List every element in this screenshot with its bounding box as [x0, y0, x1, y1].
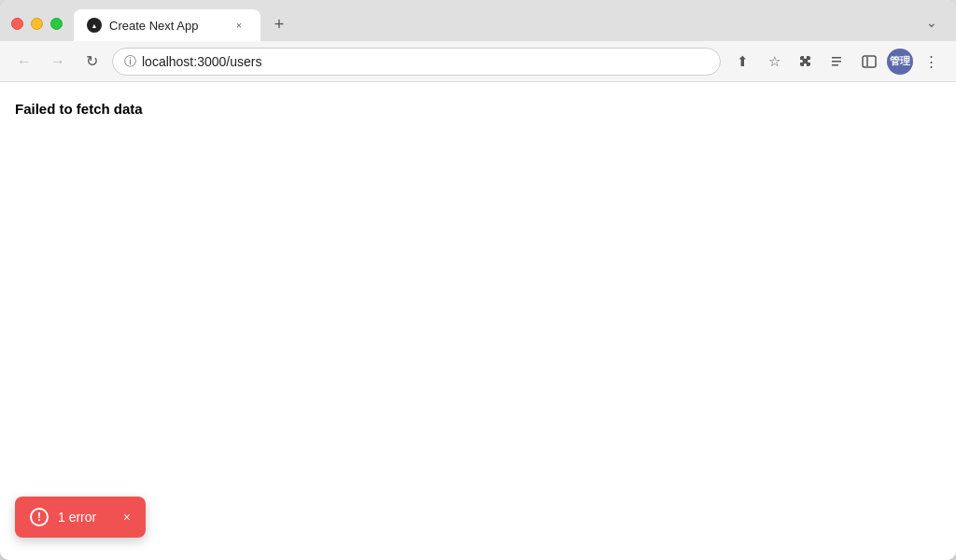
tab-list-button[interactable]: ⌄ [919, 11, 945, 34]
sidebar-button[interactable] [855, 48, 883, 76]
extensions-icon [798, 54, 813, 69]
svg-rect-0 [832, 57, 841, 59]
bookmark-button[interactable]: ☆ [760, 48, 788, 76]
page-content: Failed to fetch data ! 1 error × [0, 82, 956, 560]
sidebar-icon [862, 54, 877, 69]
forward-button[interactable]: → [45, 49, 71, 75]
toast-error-icon: ! [30, 508, 49, 526]
url-text: localhost:3000/users [142, 54, 709, 69]
svg-rect-3 [863, 56, 876, 67]
url-bar[interactable]: ⓘ localhost:3000/users [112, 48, 721, 76]
address-bar: ← → ↻ ⓘ localhost:3000/users ⬆ ☆ [0, 41, 956, 82]
minimize-window-button[interactable] [31, 18, 43, 30]
lock-icon: ⓘ [124, 53, 136, 70]
refresh-button[interactable]: ↻ [78, 49, 105, 75]
toast-close-button[interactable]: × [123, 510, 131, 525]
profile-button[interactable]: 管理 [887, 49, 913, 75]
traffic-lights [11, 18, 63, 41]
svg-rect-2 [832, 64, 838, 66]
error-heading: Failed to fetch data [0, 82, 956, 135]
new-tab-button[interactable]: + [266, 11, 292, 37]
tab-title: Create Next App [109, 19, 223, 33]
reading-list-icon [830, 54, 845, 69]
svg-rect-1 [832, 61, 841, 63]
active-tab[interactable]: Create Next App × [74, 9, 260, 41]
toast-message: 1 error [58, 510, 114, 525]
reading-list-button[interactable] [823, 48, 851, 76]
share-button[interactable]: ⬆ [728, 48, 756, 76]
error-toast: ! 1 error × [15, 497, 146, 538]
tab-close-button[interactable]: × [231, 17, 247, 34]
toolbar-right: ⬆ ☆ [728, 48, 945, 76]
maximize-window-button[interactable] [50, 18, 63, 30]
tab-favicon-icon [87, 18, 102, 33]
back-button[interactable]: ← [11, 49, 37, 75]
title-bar: Create Next App × + ⌄ [0, 0, 956, 41]
menu-button[interactable]: ⋮ [917, 48, 945, 76]
profile-label: 管理 [890, 54, 910, 68]
tabs-area: Create Next App × + ⌄ [63, 9, 945, 41]
extensions-button[interactable] [792, 48, 820, 76]
browser-window: Create Next App × + ⌄ ← → ↻ ⓘ localhost:… [0, 0, 956, 560]
close-window-button[interactable] [11, 18, 23, 30]
